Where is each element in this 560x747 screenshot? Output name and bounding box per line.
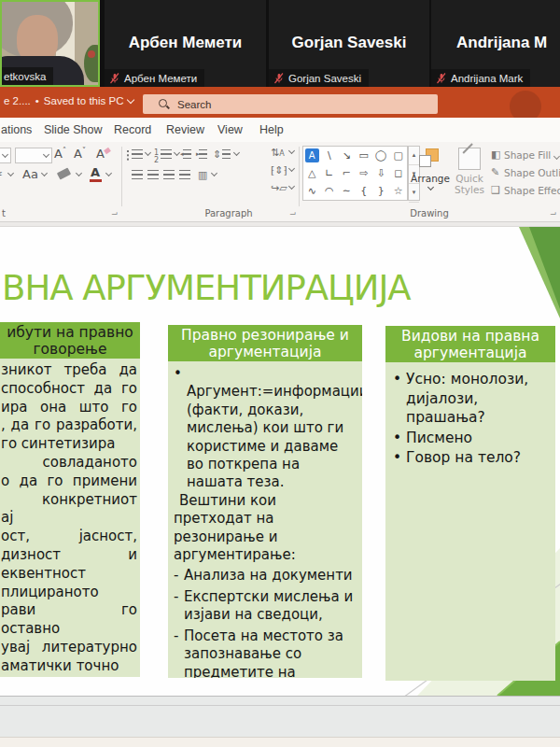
shape-rounded-rectangle[interactable]: ▢	[390, 147, 408, 164]
chevron-down-icon[interactable]	[127, 96, 134, 104]
shape-fill-button[interactable]: Shape Fill	[504, 149, 559, 161]
chevron-down-icon[interactable]	[7, 170, 14, 176]
chevron-down-icon[interactable]	[41, 170, 48, 176]
arrange-button[interactable]: Arrange	[409, 173, 452, 184]
participant-name-text: etkovska	[4, 71, 46, 82]
shape-outline-button[interactable]: Shape Outline	[504, 167, 560, 178]
clear-formatting-button[interactable]: A	[96, 147, 105, 161]
paragraph-group-label: Paragraph	[187, 208, 271, 218]
increase-indent-button[interactable]	[199, 149, 207, 160]
chevron-down-icon[interactable]	[105, 170, 112, 176]
participant-name-label: Арбен Мемети	[105, 69, 204, 87]
box-body: •Усно: монолози, дијалози, прашања? •Пис…	[385, 362, 555, 681]
gallery-scroll-up[interactable]: ▴	[409, 147, 419, 165]
paragraph-dialog-launcher[interactable]: ⌐	[289, 209, 297, 218]
document-title-area[interactable]: е 2.... • Saved to this PC	[4, 95, 133, 106]
shape-elbow[interactable]: ∟	[321, 164, 339, 182]
shape-arrow[interactable]: ↘	[338, 147, 356, 164]
change-case-button[interactable]: Aa	[22, 167, 38, 181]
participant-name-label: Andrijana Mark	[431, 69, 530, 87]
tab-view[interactable]: View	[217, 123, 243, 136]
shape-triangle[interactable]: △	[303, 164, 321, 182]
list-item: •Усно: монолози, дијалози, прашања?	[393, 370, 552, 428]
arrange-icon-front	[419, 155, 431, 167]
search-placeholder: Search	[177, 99, 211, 110]
participant-name-label: etkovska	[2, 67, 53, 85]
shape-brace-right[interactable]: }	[372, 182, 390, 200]
align-center-button[interactable]	[147, 170, 159, 180]
shape-corner[interactable]: ◻	[390, 164, 408, 182]
shape-effects-button[interactable]: Shape Effects	[504, 185, 560, 196]
font-color-button[interactable]: A	[91, 165, 100, 179]
chevron-down-icon[interactable]	[288, 165, 295, 172]
text-direction-button[interactable]: ⇅A	[271, 148, 285, 158]
align-left-button[interactable]	[132, 170, 143, 180]
quick-styles-button-line1[interactable]: Quick	[450, 173, 489, 184]
numbering-button[interactable]	[161, 149, 172, 160]
chevron-down-icon[interactable]	[145, 149, 151, 156]
shape-curve[interactable]: ∼	[338, 182, 356, 200]
chevron-down-icon[interactable]	[76, 170, 82, 176]
bullets-button[interactable]	[132, 149, 143, 160]
chevron-down-icon[interactable]	[288, 148, 295, 154]
align-right-button[interactable]	[163, 170, 175, 180]
numbering-icon-numbers: 12	[154, 149, 159, 164]
shape-scribble[interactable]: ∿	[303, 182, 321, 200]
tab-help[interactable]: Help	[259, 123, 284, 136]
strikethrough-button[interactable]: ✂	[0, 167, 3, 181]
chevron-down-icon[interactable]	[211, 170, 217, 176]
search-input[interactable]: Search	[143, 94, 438, 114]
shape-elbow-2[interactable]: ⌐	[338, 164, 356, 182]
highlight-color-icon[interactable]	[57, 167, 71, 179]
drawing-group-label: Drawing	[401, 208, 457, 218]
participant-tile[interactable]: Gorjan Saveski Gorjan Saveski	[269, 0, 429, 87]
shape-line[interactable]: \	[321, 147, 339, 164]
chevron-down-icon[interactable]	[233, 149, 240, 156]
textbox-attributes-of-legal-speech[interactable]: ибути на правно говорење зникот треба да…	[0, 322, 140, 677]
shape-arc[interactable]: ◠	[321, 182, 339, 200]
shape-arrow-right[interactable]: ⇨	[356, 164, 373, 182]
participant-tile[interactable]: Арбен Мемети Арбен Мемети	[105, 0, 266, 87]
tab-slide-show[interactable]: Slide Show	[44, 123, 103, 136]
participant-tile-self[interactable]: etkovska	[0, 0, 100, 87]
chevron-down-icon[interactable]	[174, 149, 180, 156]
shape-star[interactable]: ☆	[390, 182, 408, 200]
textbox-legal-reasoning-argumentation[interactable]: Правно резонирање и аргументација •Аргум…	[168, 325, 362, 678]
drawing-dialog-launcher[interactable]: ⌐	[550, 209, 557, 218]
chevron-down-icon[interactable]	[427, 184, 434, 190]
columns-button[interactable]: ▥	[198, 170, 207, 180]
saved-status[interactable]: Saved to this PC	[44, 95, 124, 106]
shape-textbox[interactable]: A	[305, 148, 319, 162]
participant-name-label: Gorjan Saveski	[269, 69, 369, 87]
align-text-button[interactable]: ⁅⇕⁆	[271, 165, 287, 176]
grow-font-button[interactable]: A˄	[54, 147, 66, 161]
convert-to-smartart-button[interactable]: ↪▱	[271, 183, 287, 193]
list-item: •Говор на тело?	[393, 448, 552, 468]
shape-oval[interactable]: ◯	[372, 147, 390, 164]
box-body: зникот треба да способност да го ира она…	[0, 359, 140, 677]
slide-canvas[interactable]: ВНА АРГУМЕНТИРАЦИЈА ибути на правно гово…	[0, 227, 560, 696]
participant-tile[interactable]: Andrijana M Andrijana Mark	[431, 0, 560, 87]
decrease-indent-button[interactable]	[183, 149, 191, 160]
justify-button[interactable]	[179, 170, 190, 180]
tab-review[interactable]: Review	[166, 123, 204, 136]
font-name-combo[interactable]	[0, 148, 11, 163]
gallery-more-button[interactable]: ▾	[409, 184, 419, 203]
quick-styles-button-line2[interactable]: Styles	[450, 184, 489, 195]
textbox-types-of-legal-argumentation[interactable]: Видови на правна аргументација •Усно: мо…	[385, 326, 555, 681]
shape-rectangle[interactable]: ▭	[356, 147, 373, 164]
tab-animations[interactable]: ations	[1, 123, 32, 136]
shape-arrow-down[interactable]: ⇩	[372, 164, 390, 182]
shape-brace-left[interactable]: {	[356, 182, 373, 200]
shrink-font-button[interactable]: A˅	[74, 147, 86, 161]
box-header: ибути на правно говорење	[0, 322, 140, 359]
font-dialog-launcher[interactable]: ⌐	[111, 209, 119, 218]
box-header: Правно резонирање и аргументација	[168, 325, 362, 361]
group-divider	[299, 147, 300, 206]
tab-record[interactable]: Record	[114, 123, 151, 136]
chevron-down-icon[interactable]	[288, 183, 295, 190]
divider-line	[0, 705, 560, 706]
line-spacing-button[interactable]: ⇕	[213, 149, 221, 160]
font-size-combo[interactable]	[15, 148, 52, 163]
slide-title[interactable]: ВНА АРГУМЕНТИРАЦИЈА	[2, 268, 411, 308]
